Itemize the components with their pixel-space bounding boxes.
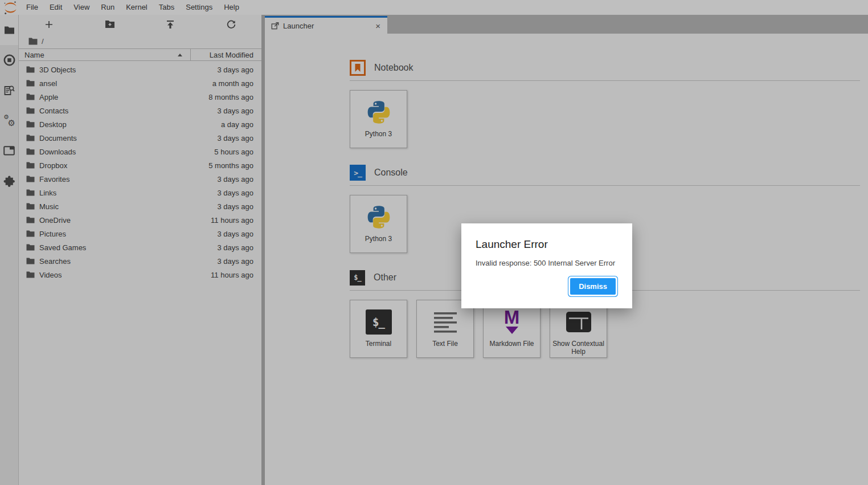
dialog-footer: Dismiss: [476, 278, 618, 295]
dialog-message: Invalid response: 500 Internal Server Er…: [476, 259, 618, 267]
launcher-error-dialog: Launcher Error Invalid response: 500 Int…: [461, 223, 632, 308]
modal-overlay: [0, 0, 868, 485]
dismiss-button[interactable]: Dismiss: [570, 278, 616, 295]
dialog-title: Launcher Error: [476, 238, 618, 251]
